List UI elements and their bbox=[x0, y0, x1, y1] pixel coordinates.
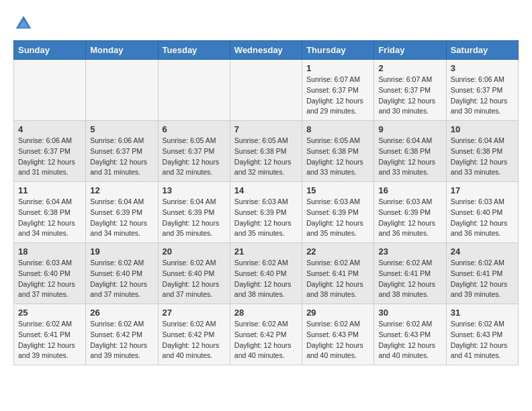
day-info: Sunrise: 6:04 AM Sunset: 6:38 PM Dayligh… bbox=[378, 136, 441, 178]
logo bbox=[13, 13, 36, 34]
day-number: 20 bbox=[163, 246, 226, 257]
day-info: Sunrise: 6:02 AM Sunset: 6:41 PM Dayligh… bbox=[451, 258, 514, 300]
day-info: Sunrise: 6:02 AM Sunset: 6:40 PM Dayligh… bbox=[90, 258, 153, 300]
week-row-3: 11Sunrise: 6:04 AM Sunset: 6:38 PM Dayli… bbox=[14, 182, 519, 243]
day-cell: 20Sunrise: 6:02 AM Sunset: 6:40 PM Dayli… bbox=[158, 243, 230, 304]
day-number: 17 bbox=[451, 185, 514, 195]
header-cell-thursday: Thursday bbox=[302, 41, 374, 60]
day-info: Sunrise: 6:02 AM Sunset: 6:40 PM Dayligh… bbox=[163, 258, 226, 300]
day-info: Sunrise: 6:02 AM Sunset: 6:43 PM Dayligh… bbox=[306, 319, 369, 361]
day-cell: 8Sunrise: 6:05 AM Sunset: 6:38 PM Daylig… bbox=[302, 121, 374, 182]
day-info: Sunrise: 6:03 AM Sunset: 6:40 PM Dayligh… bbox=[451, 197, 514, 239]
day-number: 6 bbox=[163, 124, 226, 134]
day-info: Sunrise: 6:05 AM Sunset: 6:38 PM Dayligh… bbox=[306, 136, 369, 178]
day-info: Sunrise: 6:03 AM Sunset: 6:40 PM Dayligh… bbox=[18, 258, 81, 300]
day-cell bbox=[86, 60, 158, 121]
header-cell-monday: Monday bbox=[86, 41, 158, 60]
day-info: Sunrise: 6:03 AM Sunset: 6:39 PM Dayligh… bbox=[306, 197, 369, 239]
header-cell-friday: Friday bbox=[374, 41, 446, 60]
day-cell: 28Sunrise: 6:02 AM Sunset: 6:42 PM Dayli… bbox=[230, 304, 302, 365]
day-number: 15 bbox=[306, 185, 369, 195]
day-cell: 5Sunrise: 6:06 AM Sunset: 6:37 PM Daylig… bbox=[86, 121, 158, 182]
header-cell-sunday: Sunday bbox=[14, 41, 86, 60]
calendar-table: SundayMondayTuesdayWednesdayThursdayFrid… bbox=[13, 40, 519, 365]
day-cell: 24Sunrise: 6:02 AM Sunset: 6:41 PM Dayli… bbox=[446, 243, 518, 304]
header-cell-wednesday: Wednesday bbox=[230, 41, 302, 60]
calendar-body: 1Sunrise: 6:07 AM Sunset: 6:37 PM Daylig… bbox=[14, 60, 519, 365]
day-cell: 22Sunrise: 6:02 AM Sunset: 6:41 PM Dayli… bbox=[302, 243, 374, 304]
day-info: Sunrise: 6:02 AM Sunset: 6:42 PM Dayligh… bbox=[163, 319, 226, 361]
calendar-header: SundayMondayTuesdayWednesdayThursdayFrid… bbox=[14, 41, 519, 60]
day-info: Sunrise: 6:02 AM Sunset: 6:43 PM Dayligh… bbox=[378, 319, 441, 361]
day-info: Sunrise: 6:02 AM Sunset: 6:43 PM Dayligh… bbox=[451, 319, 514, 361]
day-cell: 4Sunrise: 6:06 AM Sunset: 6:37 PM Daylig… bbox=[14, 121, 86, 182]
day-number: 24 bbox=[451, 246, 514, 257]
day-info: Sunrise: 6:02 AM Sunset: 6:42 PM Dayligh… bbox=[234, 319, 298, 361]
day-cell: 2Sunrise: 6:07 AM Sunset: 6:37 PM Daylig… bbox=[374, 60, 446, 121]
day-cell: 17Sunrise: 6:03 AM Sunset: 6:40 PM Dayli… bbox=[446, 182, 518, 243]
day-info: Sunrise: 6:07 AM Sunset: 6:37 PM Dayligh… bbox=[306, 75, 369, 117]
header-cell-tuesday: Tuesday bbox=[158, 41, 230, 60]
day-cell: 7Sunrise: 6:05 AM Sunset: 6:38 PM Daylig… bbox=[230, 121, 302, 182]
day-info: Sunrise: 6:04 AM Sunset: 6:39 PM Dayligh… bbox=[163, 197, 226, 239]
day-number: 4 bbox=[18, 124, 81, 134]
day-cell: 23Sunrise: 6:02 AM Sunset: 6:41 PM Dayli… bbox=[374, 243, 446, 304]
day-number: 19 bbox=[90, 246, 153, 257]
day-cell: 10Sunrise: 6:04 AM Sunset: 6:38 PM Dayli… bbox=[446, 121, 518, 182]
day-cell: 26Sunrise: 6:02 AM Sunset: 6:42 PM Dayli… bbox=[86, 304, 158, 365]
week-row-1: 1Sunrise: 6:07 AM Sunset: 6:37 PM Daylig… bbox=[14, 60, 519, 121]
day-number: 7 bbox=[234, 124, 298, 134]
day-info: Sunrise: 6:02 AM Sunset: 6:41 PM Dayligh… bbox=[18, 319, 81, 361]
day-number: 29 bbox=[306, 308, 369, 318]
day-info: Sunrise: 6:04 AM Sunset: 6:39 PM Dayligh… bbox=[90, 197, 153, 239]
day-cell: 12Sunrise: 6:04 AM Sunset: 6:39 PM Dayli… bbox=[86, 182, 158, 243]
day-number: 10 bbox=[451, 124, 514, 134]
day-info: Sunrise: 6:02 AM Sunset: 6:40 PM Dayligh… bbox=[234, 258, 298, 300]
day-number: 12 bbox=[90, 185, 153, 195]
day-number: 27 bbox=[163, 308, 226, 318]
day-cell: 15Sunrise: 6:03 AM Sunset: 6:39 PM Dayli… bbox=[302, 182, 374, 243]
day-number: 18 bbox=[18, 246, 81, 257]
day-number: 23 bbox=[378, 246, 441, 257]
day-cell: 11Sunrise: 6:04 AM Sunset: 6:38 PM Dayli… bbox=[14, 182, 86, 243]
day-info: Sunrise: 6:06 AM Sunset: 6:37 PM Dayligh… bbox=[90, 136, 153, 178]
day-info: Sunrise: 6:06 AM Sunset: 6:37 PM Dayligh… bbox=[451, 75, 514, 117]
day-number: 1 bbox=[306, 63, 369, 73]
day-number: 3 bbox=[451, 63, 514, 73]
day-info: Sunrise: 6:06 AM Sunset: 6:37 PM Dayligh… bbox=[18, 136, 81, 178]
day-info: Sunrise: 6:02 AM Sunset: 6:42 PM Dayligh… bbox=[90, 319, 153, 361]
day-cell: 13Sunrise: 6:04 AM Sunset: 6:39 PM Dayli… bbox=[158, 182, 230, 243]
day-number: 2 bbox=[378, 63, 441, 73]
day-cell bbox=[230, 60, 302, 121]
logo-icon bbox=[13, 13, 34, 34]
day-number: 31 bbox=[451, 308, 514, 318]
day-cell bbox=[158, 60, 230, 121]
day-number: 13 bbox=[163, 185, 226, 195]
day-cell: 31Sunrise: 6:02 AM Sunset: 6:43 PM Dayli… bbox=[446, 304, 518, 365]
day-cell: 18Sunrise: 6:03 AM Sunset: 6:40 PM Dayli… bbox=[14, 243, 86, 304]
day-cell: 27Sunrise: 6:02 AM Sunset: 6:42 PM Dayli… bbox=[158, 304, 230, 365]
day-number: 16 bbox=[378, 185, 441, 195]
day-info: Sunrise: 6:05 AM Sunset: 6:38 PM Dayligh… bbox=[234, 136, 298, 178]
day-number: 28 bbox=[234, 308, 298, 318]
day-number: 21 bbox=[234, 246, 298, 257]
day-number: 22 bbox=[306, 246, 369, 257]
week-row-5: 25Sunrise: 6:02 AM Sunset: 6:41 PM Dayli… bbox=[14, 304, 519, 365]
week-row-4: 18Sunrise: 6:03 AM Sunset: 6:40 PM Dayli… bbox=[14, 243, 519, 304]
day-cell: 16Sunrise: 6:03 AM Sunset: 6:39 PM Dayli… bbox=[374, 182, 446, 243]
day-info: Sunrise: 6:07 AM Sunset: 6:37 PM Dayligh… bbox=[378, 75, 441, 117]
day-cell: 1Sunrise: 6:07 AM Sunset: 6:37 PM Daylig… bbox=[302, 60, 374, 121]
day-info: Sunrise: 6:04 AM Sunset: 6:38 PM Dayligh… bbox=[451, 136, 514, 178]
day-cell: 14Sunrise: 6:03 AM Sunset: 6:39 PM Dayli… bbox=[230, 182, 302, 243]
day-cell: 9Sunrise: 6:04 AM Sunset: 6:38 PM Daylig… bbox=[374, 121, 446, 182]
day-info: Sunrise: 6:03 AM Sunset: 6:39 PM Dayligh… bbox=[234, 197, 298, 239]
day-number: 11 bbox=[18, 185, 81, 195]
day-number: 8 bbox=[306, 124, 369, 134]
day-info: Sunrise: 6:04 AM Sunset: 6:38 PM Dayligh… bbox=[18, 197, 81, 239]
day-cell: 25Sunrise: 6:02 AM Sunset: 6:41 PM Dayli… bbox=[14, 304, 86, 365]
day-number: 9 bbox=[378, 124, 441, 134]
day-info: Sunrise: 6:05 AM Sunset: 6:37 PM Dayligh… bbox=[163, 136, 226, 178]
header-cell-saturday: Saturday bbox=[446, 41, 518, 60]
day-number: 30 bbox=[378, 308, 441, 318]
day-cell: 6Sunrise: 6:05 AM Sunset: 6:37 PM Daylig… bbox=[158, 121, 230, 182]
